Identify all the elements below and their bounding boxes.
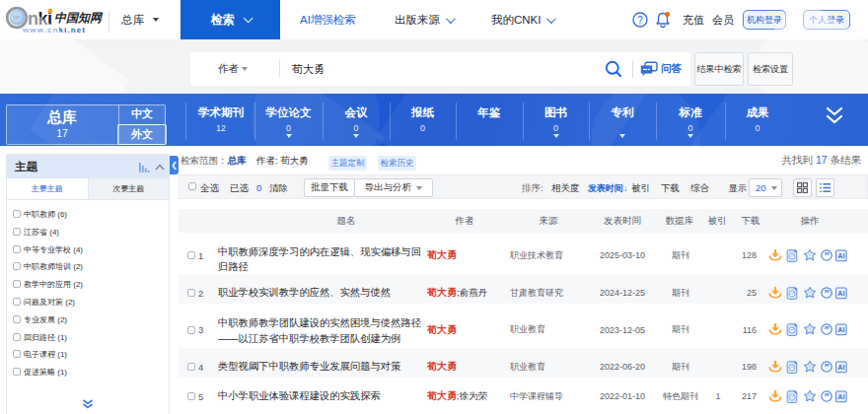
svg-text:”: ”	[825, 361, 830, 372]
svg-text:”: ”	[825, 287, 830, 298]
svg-text:中国知网: 中国知网	[54, 11, 104, 25]
svg-text:”: ”	[825, 324, 830, 335]
svg-text:AI: AI	[837, 326, 844, 334]
svg-text:AI: AI	[837, 252, 844, 260]
svg-text:?: ?	[637, 15, 643, 26]
svg-text:”: ”	[825, 390, 830, 401]
svg-text:AI: AI	[837, 290, 844, 298]
svg-text:”: ”	[825, 249, 830, 260]
svg-text:AI: AI	[837, 364, 844, 372]
svg-text:AI: AI	[837, 393, 844, 401]
